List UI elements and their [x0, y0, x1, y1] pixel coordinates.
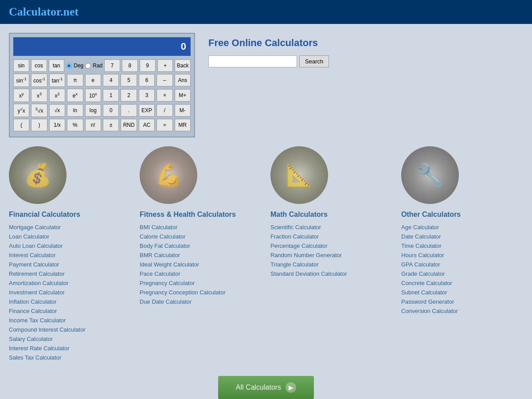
rad-label[interactable]: Rad [93, 63, 102, 69]
list-item: BMI Calculator [140, 223, 262, 231]
calc-ex[interactable]: ex [67, 89, 83, 102]
calc-2[interactable]: 2 [121, 89, 137, 102]
salary-calc-link[interactable]: Salary Calculator [9, 336, 53, 342]
calc-equals[interactable]: = [156, 119, 172, 131]
calc-mplus[interactable]: M+ [175, 89, 191, 102]
calc-dot[interactable]: . [121, 104, 137, 117]
compound-interest-calc-link[interactable]: Compound Interest Calculator [9, 326, 86, 333]
calc-yrootx[interactable]: y√x [13, 104, 29, 117]
calc-lparen[interactable]: ( [13, 119, 29, 131]
search-button[interactable]: Search [299, 55, 329, 67]
interest-calc-link[interactable]: Interest Calculator [9, 252, 56, 258]
inflation-calc-link[interactable]: Inflation Calculator [9, 298, 57, 305]
calc-mminus[interactable]: M- [175, 104, 191, 117]
calculator: 0 sin cos tan Deg Rad 7 8 9 + Back [9, 33, 195, 137]
search-input[interactable] [208, 55, 297, 67]
calc-ans[interactable]: Ans [175, 74, 191, 86]
calc-3rootx[interactable]: 3√x [31, 104, 47, 117]
calc-3[interactable]: 3 [139, 89, 155, 102]
std-dev-calc-link[interactable]: Standard Deviation Calculator [270, 270, 347, 277]
calc-recip[interactable]: 1/x [49, 119, 65, 131]
triangle-calc-link[interactable]: Triangle Calculator [270, 261, 319, 268]
calc-atan[interactable]: tan-1 [49, 74, 65, 87]
pregnancy-conception-calc-link[interactable]: Pregnancy Conception Calculator [140, 289, 226, 296]
body-fat-calc-link[interactable]: Body Fat Calculator [140, 243, 190, 249]
calc-e[interactable]: e [85, 74, 101, 86]
pace-calc-link[interactable]: Pace Calculator [140, 270, 180, 277]
calc-9[interactable]: 9 [140, 59, 156, 72]
math-image [270, 146, 328, 204]
time-calc-link[interactable]: Time Calculator [401, 243, 442, 249]
grade-calc-link[interactable]: Grade Calculator [401, 270, 445, 277]
calc-minus[interactable]: – [156, 74, 172, 86]
random-num-calc-link[interactable]: Random Number Generator [270, 252, 342, 258]
auto-loan-calc-link[interactable]: Auto Loan Calculator [9, 243, 63, 249]
rad-radio[interactable] [85, 63, 91, 69]
calc-exp[interactable]: EXP [139, 104, 155, 117]
calc-x2[interactable]: x2 [49, 89, 65, 102]
logo[interactable]: Calculator.net [9, 5, 78, 18]
calc-pi[interactable]: π [67, 74, 83, 86]
calc-rparen[interactable]: ) [31, 119, 47, 131]
calc-sqrt[interactable]: √x [49, 104, 65, 117]
calc-tan[interactable]: tan [49, 59, 65, 72]
calc-xy[interactable]: xy [13, 89, 29, 102]
calc-plus[interactable]: + [157, 59, 173, 72]
retirement-calc-link[interactable]: Retirement Calculator [9, 270, 65, 277]
age-calc-link[interactable]: Age Calculator [401, 224, 439, 231]
gpa-calc-link[interactable]: GPA Calculator [401, 261, 440, 268]
calc-sin[interactable]: sin [13, 59, 29, 72]
finance-calc-link[interactable]: Finance Calculator [9, 308, 57, 314]
bmi-calc-link[interactable]: BMI Calculator [140, 224, 177, 231]
calc-percent[interactable]: % [67, 119, 83, 131]
calc-multiply[interactable]: × [156, 89, 172, 102]
calc-7[interactable]: 7 [104, 59, 120, 72]
payment-calc-link[interactable]: Payment Calculator [9, 261, 59, 268]
sales-tax-calc-link[interactable]: Sales Tax Calculator [9, 354, 61, 361]
calc-8[interactable]: 8 [122, 59, 138, 72]
ideal-weight-calc-link[interactable]: Ideal Weight Calculator [140, 261, 199, 268]
income-tax-calc-link[interactable]: Income Tax Calculator [9, 317, 66, 324]
fraction-calc-link[interactable]: Fraction Calculator [270, 233, 319, 240]
calc-0[interactable]: 0 [103, 104, 119, 117]
calc-ln[interactable]: ln [67, 104, 83, 117]
calc-5[interactable]: 5 [121, 74, 137, 86]
pregnancy-calc-link[interactable]: Pregnancy Calculator [140, 280, 195, 286]
concrete-calc-link[interactable]: Concrete Calculator [401, 280, 452, 286]
calc-cos[interactable]: cos [31, 59, 47, 72]
calc-asin[interactable]: sin-1 [13, 74, 29, 87]
hours-calc-link[interactable]: Hours Calculator [401, 252, 444, 258]
calc-10x[interactable]: 10x [85, 89, 101, 102]
calc-plusminus[interactable]: ± [103, 119, 119, 131]
calc-4[interactable]: 4 [103, 74, 119, 86]
amortization-calc-link[interactable]: Amortization Calculator [9, 280, 68, 286]
calc-factorial[interactable]: n! [85, 119, 101, 131]
calorie-calc-link[interactable]: Calorie Calculator [140, 233, 185, 240]
calc-mr[interactable]: MR [175, 119, 191, 131]
interest-rate-calc-link[interactable]: Interest Rate Calculator [9, 345, 70, 352]
percentage-calc-link[interactable]: Percentage Calculator [270, 243, 328, 249]
calc-ac[interactable]: AC [139, 119, 155, 131]
calc-6[interactable]: 6 [139, 74, 155, 86]
calc-back[interactable]: Back [175, 59, 191, 72]
password-gen-link[interactable]: Password Generator [401, 298, 454, 305]
calc-1[interactable]: 1 [103, 89, 119, 102]
calc-log[interactable]: log [85, 104, 101, 117]
calc-x3[interactable]: x3 [31, 89, 47, 102]
calc-rnd[interactable]: RND [121, 119, 137, 131]
investment-calc-link[interactable]: Investment Calculator [9, 289, 65, 296]
deg-label[interactable]: Deg [74, 63, 83, 69]
other-category: Other Calculators Age Calculator Date Ca… [401, 146, 523, 363]
all-calculators-button[interactable]: All Calculators ▶ [218, 376, 314, 399]
mortgage-calc-link[interactable]: Mortgage Calculator [9, 224, 61, 231]
deg-radio[interactable] [66, 63, 72, 69]
scientific-calc-link[interactable]: Scientific Calculator [270, 224, 321, 231]
calc-divide[interactable]: / [156, 104, 172, 117]
date-calc-link[interactable]: Date Calculator [401, 233, 441, 240]
conversion-calc-link[interactable]: Conversion Calculator [401, 308, 458, 314]
subnet-calc-link[interactable]: Subnet Calculator [401, 289, 447, 296]
loan-calc-link[interactable]: Loan Calculator [9, 233, 49, 240]
calc-acos[interactable]: cos-1 [31, 74, 47, 87]
due-date-calc-link[interactable]: Due Date Calculator [140, 298, 192, 305]
bmr-calc-link[interactable]: BMR Calculator [140, 252, 180, 258]
